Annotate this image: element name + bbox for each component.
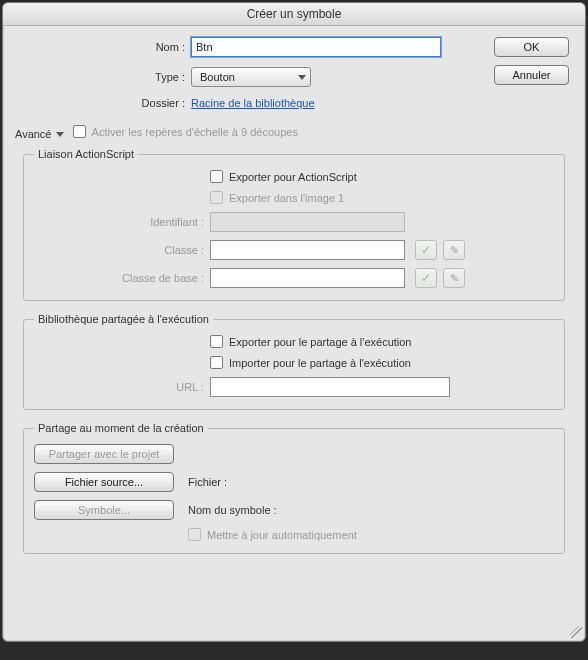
authortime-legend: Partage au moment de la création: [34, 422, 208, 434]
export-as-checkbox[interactable]: [210, 170, 223, 183]
export-frame1-checkbox: [210, 191, 223, 204]
titlebar[interactable]: Créer un symbole: [3, 3, 585, 26]
resize-handle[interactable]: [570, 626, 582, 638]
file-label: Fichier :: [188, 476, 227, 488]
url-input[interactable]: [210, 377, 450, 397]
chevron-down-icon: [56, 132, 64, 137]
pencil-icon: ✎: [450, 272, 459, 285]
class-label: Classe :: [34, 244, 210, 256]
auto-update-checkbox: [188, 528, 201, 541]
source-file-button[interactable]: Fichier source...: [34, 472, 174, 492]
linkage-fieldset: Liaison ActionScript Exporter pour Actio…: [23, 148, 565, 301]
baseclass-input[interactable]: [210, 268, 405, 288]
linkage-legend: Liaison ActionScript: [34, 148, 138, 160]
advanced-toggle[interactable]: Avancé: [15, 128, 64, 140]
class-input[interactable]: [210, 240, 405, 260]
name-label: Nom :: [15, 41, 191, 53]
baseclass-validate-button[interactable]: ✓: [415, 268, 437, 288]
export-frame1-label: Exporter dans l'image 1: [229, 192, 344, 204]
type-label: Type :: [15, 71, 191, 83]
runtime-export-label: Exporter pour le partage à l'exécution: [229, 336, 412, 348]
scale9-label: Activer les repères d'échelle à 9 découp…: [92, 126, 298, 138]
pencil-icon: ✎: [450, 244, 459, 257]
runtime-fieldset: Bibliothèque partagée à l'exécution Expo…: [23, 313, 565, 410]
baseclass-label: Classe de base :: [34, 272, 210, 284]
url-label: URL :: [34, 381, 210, 393]
identifier-label: Identifiant :: [34, 216, 210, 228]
export-as-label: Exporter pour ActionScript: [229, 171, 357, 183]
ok-button[interactable]: OK: [494, 37, 569, 57]
auto-update-label: Mettre à jour automatiquement: [207, 529, 357, 541]
baseclass-edit-button[interactable]: ✎: [443, 268, 465, 288]
runtime-legend: Bibliothèque partagée à l'exécution: [34, 313, 213, 325]
scale9-checkbox[interactable]: [73, 125, 86, 138]
dialog: Créer un symbole OK Annuler Nom : Type :…: [2, 2, 586, 642]
authortime-fieldset: Partage au moment de la création Partage…: [23, 422, 565, 554]
chevron-down-icon: [298, 75, 306, 80]
name-input[interactable]: [191, 37, 441, 57]
runtime-export-checkbox[interactable]: [210, 335, 223, 348]
runtime-import-checkbox[interactable]: [210, 356, 223, 369]
check-icon: ✓: [421, 243, 431, 257]
type-select-value: Bouton: [200, 71, 235, 83]
symbolname-label: Nom du symbole :: [188, 504, 277, 516]
dialog-title: Créer un symbole: [247, 7, 342, 21]
cancel-button[interactable]: Annuler: [494, 65, 569, 85]
share-project-button[interactable]: Partager avec le projet: [34, 444, 174, 464]
folder-label: Dossier :: [15, 97, 191, 109]
class-edit-button[interactable]: ✎: [443, 240, 465, 260]
type-select[interactable]: Bouton: [191, 67, 311, 87]
symbol-button[interactable]: Symbole...: [34, 500, 174, 520]
folder-link[interactable]: Racine de la bibliothèque: [191, 97, 315, 109]
check-icon: ✓: [421, 271, 431, 285]
identifier-input: [210, 212, 405, 232]
class-validate-button[interactable]: ✓: [415, 240, 437, 260]
runtime-import-label: Importer pour le partage à l'exécution: [229, 357, 411, 369]
